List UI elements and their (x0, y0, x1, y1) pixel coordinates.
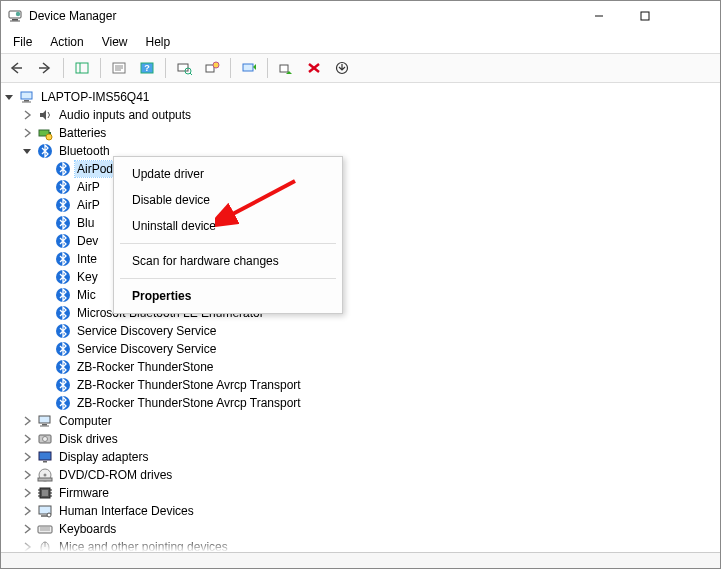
svg-rect-49 (39, 416, 50, 423)
bluetooth-icon (55, 341, 71, 357)
title-bar: Device Manager (1, 1, 720, 31)
bluetooth-icon (37, 143, 53, 159)
back-button[interactable] (5, 56, 29, 80)
context-separator (120, 243, 336, 244)
tree-category-node[interactable]: Human Interface Devices (21, 502, 718, 520)
tree-device-node[interactable]: ZB-Rocker ThunderStone Avrcp Transport (39, 394, 718, 412)
svg-rect-60 (42, 490, 48, 496)
tree-category-node[interactable]: Display adapters (21, 448, 718, 466)
window-title: Device Manager (29, 9, 570, 23)
tree-device-node[interactable]: Service Discovery Service (39, 322, 718, 340)
tree-node-label: Dev (75, 233, 100, 249)
svg-rect-54 (39, 452, 51, 460)
expand-toggle[interactable] (21, 505, 33, 517)
maximize-button[interactable] (622, 1, 668, 31)
context-update-driver[interactable]: Update driver (114, 161, 342, 187)
tree-node-label: Audio inputs and outputs (57, 107, 193, 123)
device-manager-window: Device Manager File Action View Help (0, 0, 721, 569)
expand-toggle[interactable] (21, 127, 33, 139)
svg-rect-1 (12, 19, 18, 21)
tree-device-node[interactable]: Service Discovery Service (39, 340, 718, 358)
bluetooth-icon (55, 179, 71, 195)
context-properties[interactable]: Properties (114, 283, 342, 309)
expand-toggle[interactable] (21, 541, 33, 552)
tree-category-node[interactable]: Firmware (21, 484, 718, 502)
window-controls (576, 1, 714, 31)
forward-button[interactable] (33, 56, 57, 80)
hid-icon (37, 503, 53, 519)
svg-rect-24 (280, 65, 288, 72)
bluetooth-icon (55, 287, 71, 303)
menu-view[interactable]: View (94, 33, 136, 51)
dvd-icon (37, 467, 53, 483)
bluetooth-icon (55, 215, 71, 231)
expand-toggle[interactable] (21, 145, 33, 157)
svg-rect-5 (641, 12, 649, 20)
keyboard-icon (37, 521, 53, 537)
tree-node-label: ZB-Rocker ThunderStone Avrcp Transport (75, 377, 303, 393)
computer-icon (19, 89, 35, 105)
expand-toggle[interactable] (21, 523, 33, 535)
expand-toggle[interactable] (21, 415, 33, 427)
svg-point-57 (44, 474, 47, 477)
bluetooth-icon (55, 377, 71, 393)
tree-node-label: Service Discovery Service (75, 341, 218, 357)
svg-rect-10 (76, 63, 88, 73)
tree-category-node[interactable]: Audio inputs and outputs (21, 106, 718, 124)
tree-category-node[interactable]: Batteries (21, 124, 718, 142)
install-driver-button[interactable] (330, 56, 354, 80)
bluetooth-icon (55, 395, 71, 411)
expand-toggle[interactable] (3, 91, 15, 103)
context-uninstall-device[interactable]: Uninstall device (114, 213, 342, 239)
menu-action[interactable]: Action (42, 33, 91, 51)
tree-node-label: Mice and other pointing devices (57, 539, 230, 552)
tree-node-label: Key (75, 269, 100, 285)
tree-node-label: DVD/CD-ROM drives (57, 467, 174, 483)
scan-hardware-button[interactable] (172, 56, 196, 80)
disable-device-button[interactable] (274, 56, 298, 80)
tree-category-node[interactable]: DVD/CD-ROM drives (21, 466, 718, 484)
menu-file[interactable]: File (5, 33, 40, 51)
tree-node-label: AirP (75, 179, 102, 195)
expand-toggle[interactable] (21, 109, 33, 121)
expand-toggle[interactable] (21, 469, 33, 481)
device-tree[interactable]: LAPTOP-IMS56Q41Audio inputs and outputsB… (1, 83, 720, 552)
context-scan-hardware[interactable]: Scan for hardware changes (114, 248, 342, 274)
tree-category-node[interactable]: Computer (21, 412, 718, 430)
svg-point-53 (43, 437, 48, 442)
status-bar (1, 552, 720, 568)
context-disable-device[interactable]: Disable device (114, 187, 342, 213)
svg-rect-30 (22, 102, 31, 103)
show-hide-console-tree-button[interactable] (70, 56, 94, 80)
properties-button[interactable] (107, 56, 131, 80)
expand-toggle[interactable] (21, 433, 33, 445)
svg-rect-29 (24, 100, 29, 102)
toolbar: ? (1, 53, 720, 83)
minimize-button[interactable] (576, 1, 622, 31)
tree-category-node[interactable]: Disk drives (21, 430, 718, 448)
computer-icon (37, 413, 53, 429)
tree-node-label: Disk drives (57, 431, 120, 447)
tree-node-label: Display adapters (57, 449, 150, 465)
tree-device-node[interactable]: ZB-Rocker ThunderStone Avrcp Transport (39, 376, 718, 394)
tree-category-node[interactable]: Mice and other pointing devices (21, 538, 718, 552)
menu-help[interactable]: Help (138, 33, 179, 51)
display-icon (37, 449, 53, 465)
expand-toggle[interactable] (21, 487, 33, 499)
expand-toggle[interactable] (21, 451, 33, 463)
tree-category-node[interactable]: Keyboards (21, 520, 718, 538)
tree-node-label: Human Interface Devices (57, 503, 196, 519)
tree-device-node[interactable]: ZB-Rocker ThunderStone (39, 358, 718, 376)
svg-rect-23 (243, 64, 253, 71)
tree-node-label: LAPTOP-IMS56Q41 (39, 89, 152, 105)
update-driver-button[interactable] (237, 56, 261, 80)
uninstall-device-button[interactable] (302, 56, 326, 80)
bluetooth-icon (55, 251, 71, 267)
tree-node-label: Bluetooth (57, 143, 112, 159)
add-legacy-hardware-button[interactable] (200, 56, 224, 80)
tree-root-node[interactable]: LAPTOP-IMS56Q41 (3, 88, 718, 106)
svg-point-3 (16, 12, 20, 16)
mouse-icon (37, 539, 53, 552)
speaker-icon (37, 107, 53, 123)
help-button[interactable]: ? (135, 56, 159, 80)
